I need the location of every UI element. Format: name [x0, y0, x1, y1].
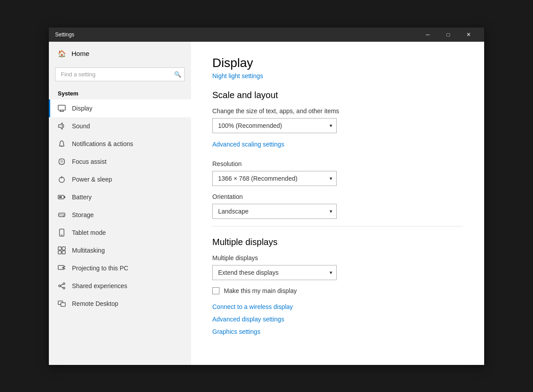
sound-icon — [58, 122, 66, 130]
sidebar-item-label-remote: Remote Desktop — [72, 300, 118, 307]
search-icon[interactable]: 🔍 — [174, 71, 181, 78]
graphics-settings-link[interactable]: Graphics settings — [212, 328, 463, 335]
focus-icon — [58, 158, 66, 166]
close-button[interactable]: ✕ — [458, 28, 479, 42]
main-display-checkbox[interactable] — [212, 287, 219, 294]
tablet-icon — [58, 229, 66, 237]
sidebar-item-tablet[interactable]: Tablet mode — [49, 224, 191, 242]
sidebar-home-label: Home — [72, 50, 89, 57]
sidebar-item-label-tablet: Tablet mode — [72, 229, 106, 236]
sidebar-item-label-battery: Battery — [72, 194, 91, 201]
sidebar-item-remote[interactable]: Remote Desktop — [49, 295, 191, 313]
scaling-label: Change the size of text, apps, and other… — [212, 107, 463, 115]
remote-icon — [58, 300, 66, 308]
scale-section-title: Scale and layout — [212, 90, 463, 100]
maximize-button[interactable]: □ — [438, 28, 458, 42]
sidebar-item-label-projecting: Projecting to this PC — [72, 265, 128, 272]
svg-line-29 — [60, 286, 63, 288]
sidebar-item-label-sound: Sound — [72, 123, 90, 130]
sidebar-item-battery[interactable]: Battery — [49, 188, 191, 206]
bottom-links: Connect to a wireless display Advanced d… — [212, 303, 463, 335]
sidebar-item-label-power: Power & sleep — [72, 176, 112, 183]
projecting-icon — [58, 264, 66, 272]
search-input[interactable] — [55, 67, 185, 81]
sidebar-home-item[interactable]: 🏠 Home — [49, 42, 191, 66]
orientation-select-wrapper: LandscapePortraitLandscape (flipped)Port… — [212, 204, 337, 219]
sidebar-item-focus[interactable]: Focus assist — [49, 153, 191, 170]
sidebar-item-shared[interactable]: Shared experiences — [49, 277, 191, 295]
sidebar-item-label-shared: Shared experiences — [72, 282, 127, 289]
night-light-link[interactable]: Night light settings — [212, 72, 263, 79]
page-title: Display — [212, 56, 463, 70]
resolution-select[interactable]: 1366 × 768 (Recommended)1280 × 7201024 ×… — [212, 171, 337, 186]
svg-rect-18 — [58, 247, 61, 250]
home-icon: 🏠 — [58, 50, 66, 58]
advanced-scaling-link[interactable]: Advanced scaling settings — [212, 141, 284, 148]
sidebar-item-label-notifications: Notifications & actions — [72, 140, 133, 147]
sidebar-item-multitasking[interactable]: Multitasking — [49, 242, 191, 259]
svg-point-26 — [59, 285, 60, 287]
content-area: 🏠 Home 🔍 System Display Sound Notificati… — [49, 42, 484, 365]
sidebar-item-display[interactable]: Display — [49, 99, 191, 117]
scaling-select[interactable]: 100% (Recommended)125%150%175% — [212, 118, 337, 133]
svg-point-27 — [63, 287, 65, 289]
svg-point-15 — [63, 215, 64, 216]
scaling-select-wrapper: 100% (Recommended)125%150%175% ▾ — [212, 118, 337, 133]
title-bar-controls: ─ □ ✕ — [418, 28, 479, 42]
settings-window: Settings ─ □ ✕ 🏠 Home 🔍 System Display S — [49, 28, 484, 365]
title-bar-title: Settings — [55, 32, 74, 38]
main-content: Display Night light settings Scale and l… — [191, 42, 484, 365]
multitasking-icon — [58, 246, 66, 254]
connect-wireless-link[interactable]: Connect to a wireless display — [212, 303, 463, 310]
sidebar-item-power[interactable]: Power & sleep — [49, 170, 191, 188]
sidebar-item-label-display: Display — [72, 105, 92, 112]
svg-line-28 — [60, 284, 63, 285]
sidebar-section-title: System — [49, 87, 191, 99]
multiple-displays-select[interactable]: Extend these displaysDuplicate these dis… — [212, 265, 337, 280]
sidebar-search-container: 🔍 — [55, 67, 185, 81]
main-display-checkbox-label[interactable]: Make this my main display — [224, 287, 297, 294]
display-icon — [58, 104, 66, 112]
sidebar-item-storage[interactable]: Storage — [49, 206, 191, 224]
battery-icon — [58, 193, 66, 201]
notifications-icon — [58, 140, 66, 148]
shared-icon — [58, 282, 66, 290]
title-bar: Settings ─ □ ✕ — [49, 28, 484, 42]
title-bar-left: Settings — [55, 32, 74, 38]
sidebar: 🏠 Home 🔍 System Display Sound Notificati… — [49, 42, 191, 365]
multiple-displays-section-title: Multiple displays — [212, 237, 463, 247]
sidebar-item-projecting[interactable]: Projecting to this PC — [49, 259, 191, 277]
sidebar-item-sound[interactable]: Sound — [49, 117, 191, 135]
minimize-button[interactable]: ─ — [418, 28, 438, 42]
power-icon — [58, 175, 66, 183]
svg-rect-20 — [58, 251, 61, 254]
resolution-select-wrapper: 1366 × 768 (Recommended)1280 × 7201024 ×… — [212, 171, 337, 186]
svg-rect-31 — [61, 303, 65, 306]
svg-rect-21 — [62, 251, 65, 254]
svg-rect-12 — [59, 196, 62, 198]
section-divider — [212, 226, 463, 226]
orientation-select[interactable]: LandscapePortraitLandscape (flipped)Port… — [212, 204, 337, 219]
sidebar-item-label-focus: Focus assist — [72, 158, 107, 165]
sidebar-items-list: Display Sound Notifications & actions Fo… — [49, 99, 191, 313]
resolution-label: Resolution — [212, 160, 463, 167]
storage-icon — [58, 211, 66, 219]
sidebar-item-notifications[interactable]: Notifications & actions — [49, 135, 191, 153]
svg-rect-0 — [58, 105, 65, 110]
advanced-display-link[interactable]: Advanced display settings — [212, 316, 463, 323]
sidebar-item-label-multitasking: Multitasking — [72, 247, 105, 254]
multiple-displays-label: Multiple displays — [212, 254, 463, 261]
svg-marker-4 — [59, 123, 62, 129]
orientation-label: Orientation — [212, 193, 463, 200]
main-display-checkbox-row: Make this my main display — [212, 287, 463, 294]
sidebar-item-label-storage: Storage — [72, 211, 94, 218]
svg-rect-19 — [62, 247, 65, 250]
svg-point-25 — [63, 283, 65, 285]
multiple-displays-select-wrapper: Extend these displaysDuplicate these dis… — [212, 265, 337, 280]
